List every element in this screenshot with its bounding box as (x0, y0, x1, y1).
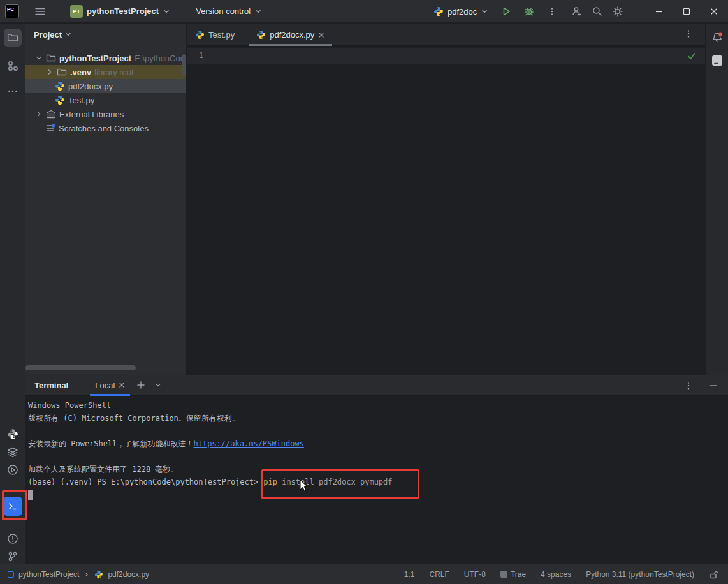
line-number[interactable]: 1 (199, 51, 203, 60)
current-line-highlight (187, 48, 705, 64)
tree-item-scratches[interactable]: Scratches and Consoles (25, 121, 186, 135)
chevron-down-icon (154, 381, 162, 389)
minimize-icon (709, 381, 718, 390)
tree-item-test[interactable]: Test.py (25, 93, 186, 107)
breadcrumb-project[interactable]: pythonTestProject (18, 570, 79, 579)
tree-item-venv[interactable]: .venv library root (25, 65, 186, 79)
terminal-line (28, 425, 728, 437)
chevron-right-icon (46, 68, 54, 76)
readonly-lock-button[interactable] (709, 570, 718, 579)
terminal-tabs-dropdown[interactable] (154, 381, 162, 389)
debug-button[interactable] (519, 3, 539, 20)
terminal-output[interactable]: Windows PowerShell 版权所有 (C) Microsoft Co… (25, 396, 728, 501)
project-selector[interactable]: PT pythonTestProject (65, 3, 175, 20)
line-separator-widget[interactable]: CRLF (430, 570, 449, 579)
folder-icon (46, 53, 56, 63)
tab-options-button[interactable] (683, 29, 694, 39)
breadcrumb-file[interactable]: pdf2docx.py (108, 570, 149, 579)
terminal-line: 版权所有 (C) Microsoft Corporation。保留所有权利。 (28, 412, 728, 425)
git-tool-button[interactable] (4, 548, 22, 566)
python-packages-tool-button[interactable] (4, 443, 22, 461)
folder-icon (57, 67, 67, 77)
horizontal-scrollbar[interactable] (25, 365, 136, 370)
more-tool-windows-button[interactable] (4, 82, 22, 100)
python-file-icon (256, 30, 266, 40)
search-button[interactable] (592, 6, 603, 17)
tree-item-external-libraries[interactable]: External Libraries (25, 107, 186, 121)
assistant-icon (711, 54, 724, 67)
new-terminal-button[interactable] (136, 381, 145, 390)
tree-item-label: Scratches and Consoles (59, 124, 149, 133)
settings-button[interactable] (612, 6, 623, 17)
left-tool-strip (0, 24, 25, 564)
editor-area: Test.py pdf2docx.py 1 (187, 24, 705, 375)
pycharm-logo: PC (5, 4, 19, 18)
close-terminal-tab-icon[interactable] (119, 382, 125, 388)
python-console-tool-button[interactable] (4, 425, 22, 443)
run-config-name: pdf2doc (448, 7, 477, 17)
chevron-down-icon[interactable] (64, 31, 72, 38)
terminal-tool-button[interactable] (3, 497, 22, 516)
run-button[interactable] (496, 3, 516, 20)
chevron-right-icon (84, 571, 90, 578)
hide-terminal-button[interactable] (709, 381, 718, 390)
problems-icon (7, 533, 18, 544)
vertical-scrollbar[interactable] (182, 54, 186, 76)
tool-window-widget-icon[interactable] (8, 571, 14, 578)
close-button[interactable] (700, 0, 727, 23)
notifications-button[interactable] (710, 30, 725, 45)
run-configuration-selector[interactable]: pdf2doc (428, 3, 493, 20)
problems-tool-button[interactable] (4, 530, 22, 548)
maximize-button[interactable] (673, 0, 700, 23)
tree-item-hint: library root (94, 68, 133, 77)
tab-test-py[interactable]: Test.py (187, 24, 242, 46)
indent-widget[interactable]: 4 spaces (541, 570, 571, 579)
interpreter-widget[interactable]: Python 3.11 (pythonTestProject) (586, 570, 694, 579)
tree-item-project-root[interactable]: pythonTestProject E:\pythonCode\ (25, 51, 186, 65)
tree-item-pdf2docx[interactable]: pdf2docx.py (25, 79, 186, 93)
close-tab-icon[interactable] (318, 32, 324, 38)
terminal-panel: Terminal Local Windows PowerShell (25, 375, 728, 564)
powershell-link[interactable]: https://aka.ms/PSWindows (193, 439, 303, 448)
assistant-button[interactable] (710, 53, 725, 68)
version-control-button[interactable]: Version control (191, 3, 267, 20)
run-icon (501, 6, 511, 17)
kebab-icon (683, 381, 694, 391)
more-actions-button[interactable] (542, 3, 562, 20)
trae-widget[interactable]: Trae (500, 570, 526, 579)
git-branch-icon (7, 551, 18, 562)
terminal-options-button[interactable] (683, 381, 694, 391)
terminal-prompt-line: (base) (.venv) PS E:\pythonCode\pythonTe… (28, 476, 728, 488)
debug-icon (524, 6, 534, 17)
kebab-icon (683, 29, 694, 39)
inspection-ok-icon[interactable] (687, 51, 696, 61)
add-user-button[interactable] (571, 6, 583, 17)
close-icon (710, 8, 718, 15)
python-file-icon (195, 30, 205, 40)
minimize-icon (655, 8, 663, 15)
editor-body[interactable]: 1 (187, 46, 705, 375)
structure-tool-button[interactable] (4, 57, 22, 75)
minimize-button[interactable] (645, 0, 673, 23)
terminal-line (28, 450, 728, 463)
tree-item-path: E:\pythonCode\ (135, 54, 187, 63)
hamburger-icon (34, 7, 46, 16)
python-console-icon (7, 428, 18, 440)
main-menu-button[interactable] (29, 3, 51, 20)
tab-label: Test.py (208, 30, 235, 40)
chevron-down-icon (254, 8, 262, 15)
editor-tab-bar: Test.py pdf2docx.py (187, 24, 705, 46)
maximize-icon (683, 8, 690, 15)
scratches-icon (45, 123, 55, 133)
layers-icon (7, 446, 18, 458)
terminal-header: Terminal Local (25, 375, 728, 396)
encoding-widget[interactable]: UTF-8 (464, 570, 486, 579)
terminal-tab-local[interactable]: Local (92, 375, 127, 396)
project-tool-button[interactable] (4, 29, 22, 47)
tab-pdf2docx-py[interactable]: pdf2docx.py (249, 24, 332, 46)
caret-position-widget[interactable]: 1:1 (404, 570, 415, 579)
terminal-line: Windows PowerShell (28, 399, 728, 412)
chevron-down-icon (481, 8, 488, 15)
libraries-icon (46, 109, 56, 119)
services-tool-button[interactable] (4, 461, 22, 479)
